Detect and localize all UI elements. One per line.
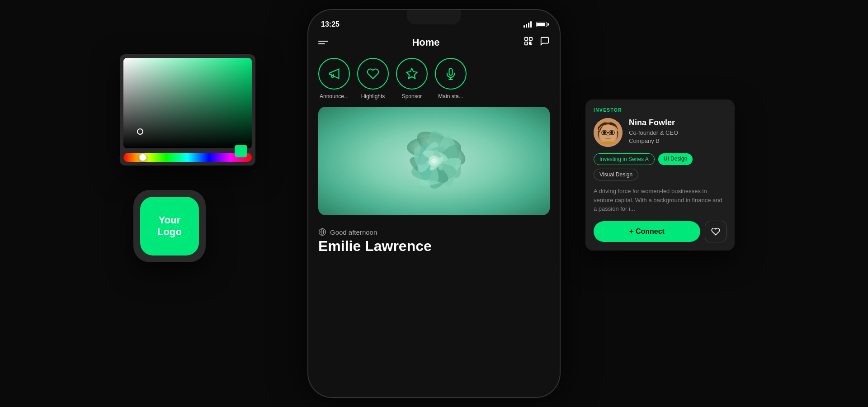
svg-point-27 [431, 158, 437, 164]
avatar-illustration [594, 118, 623, 147]
investor-title: Co-founder & CEO [629, 129, 678, 137]
investor-company: Company B [629, 137, 678, 145]
category-tab-mainstage[interactable]: Main sta... [435, 58, 467, 99]
phone-notch [407, 10, 461, 24]
signal-icon [524, 21, 532, 28]
color-picker-popup[interactable] [120, 54, 255, 166]
chat-icon[interactable] [540, 36, 550, 49]
phone-screen: 13:25 Home [308, 10, 560, 397]
svg-marker-7 [406, 68, 417, 78]
svg-rect-0 [525, 38, 528, 40]
tag-ui-design[interactable]: UI Design [658, 153, 693, 165]
logo-text: Your Logo [157, 214, 182, 238]
category-tab-sponsor[interactable]: Sponsor [396, 58, 428, 99]
connect-button[interactable]: + Connect [594, 221, 700, 242]
category-label-highlights: Highlights [361, 93, 385, 99]
category-tabs: Announce... Highlights Sponsor [308, 54, 560, 103]
greeting-name: Emilie Lawrence [318, 238, 550, 255]
header-actions [524, 36, 550, 49]
megaphone-icon [328, 67, 340, 80]
avatar [594, 118, 623, 147]
battery-icon [536, 22, 547, 27]
app-title: Home [412, 37, 439, 48]
color-gradient-picker[interactable] [123, 58, 252, 148]
star-icon [406, 67, 418, 80]
like-button[interactable] [705, 221, 726, 242]
investor-info: Nina Fowler Co-founder & CEO Company B [629, 118, 678, 145]
menu-button[interactable] [318, 41, 328, 44]
hero-image [318, 107, 550, 215]
status-icons [524, 21, 547, 28]
status-time: 13:25 [321, 20, 340, 28]
greeting-sub: Good afternoon [318, 228, 550, 236]
mic-icon [444, 67, 457, 80]
category-label-announcements: Announce... [320, 93, 349, 99]
logo-popup: Your Logo [133, 190, 206, 262]
svg-rect-3 [529, 42, 531, 44]
qr-icon[interactable] [524, 36, 533, 49]
svg-point-31 [603, 131, 606, 134]
svg-rect-2 [525, 42, 528, 45]
hero-rose-decoration [389, 116, 479, 206]
tag-investing[interactable]: Investing in Series A [594, 153, 655, 165]
investor-bio: A driving force for women-led businesses… [594, 187, 726, 213]
investor-card: INVESTOR [585, 99, 735, 251]
color-swatch-preview [235, 145, 247, 157]
logo-inner: Your Logo [140, 197, 199, 256]
app-header: Home [308, 33, 560, 54]
heart-icon [367, 67, 379, 80]
investor-label: INVESTOR [594, 108, 726, 113]
svg-point-32 [610, 131, 613, 134]
hue-slider[interactable] [123, 153, 252, 162]
greeting-section: Good afternoon Emilie Lawrence [308, 219, 560, 259]
investor-profile: Nina Fowler Co-founder & CEO Company B [594, 118, 726, 147]
globe-icon [318, 228, 326, 236]
phone-frame: 13:25 Home [307, 9, 561, 398]
category-label-mainstage: Main sta... [438, 93, 463, 99]
tag-visual-design[interactable]: Visual Design [594, 169, 638, 180]
color-picker-handle[interactable] [137, 128, 143, 135]
heart-like-icon [711, 227, 720, 236]
svg-rect-1 [529, 38, 532, 40]
hue-handle[interactable] [139, 153, 147, 161]
category-label-sponsor: Sponsor [402, 93, 422, 99]
category-tab-announcements[interactable]: Announce... [318, 58, 350, 99]
investor-name: Nina Fowler [629, 118, 678, 128]
investor-actions: + Connect [594, 221, 726, 242]
investor-tags: Investing in Series A UI Design Visual D… [594, 153, 726, 180]
category-tab-highlights[interactable]: Highlights [357, 58, 389, 99]
